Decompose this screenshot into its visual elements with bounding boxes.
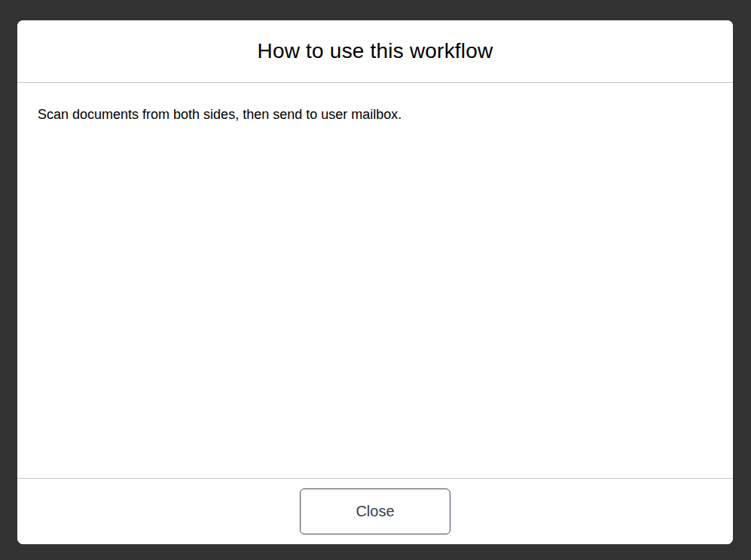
dialog-title: How to use this workflow bbox=[258, 39, 493, 63]
workflow-instructions: Scan documents from both sides, then sen… bbox=[38, 106, 713, 123]
workflow-help-dialog: How to use this workflow Scan documents … bbox=[17, 20, 733, 544]
dialog-body: Scan documents from both sides, then sen… bbox=[17, 83, 733, 478]
modal-backdrop: How to use this workflow Scan documents … bbox=[0, 0, 751, 560]
dialog-header: How to use this workflow bbox=[17, 20, 733, 83]
close-button[interactable]: Close bbox=[300, 488, 450, 534]
dialog-footer: Close bbox=[17, 478, 733, 544]
